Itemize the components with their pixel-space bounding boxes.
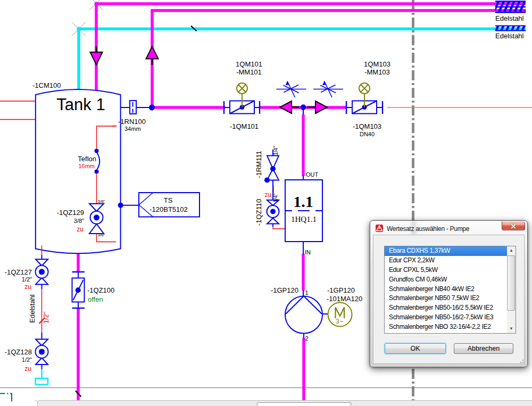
svg-text:-1RM111: -1RM111 (255, 151, 263, 178)
svg-text:1/4": 1/4" (273, 146, 279, 155)
svg-text:2: 2 (305, 335, 309, 342)
svg-text:3/8": 3/8" (74, 218, 84, 224)
svg-text:-1GP120: -1GP120 (271, 286, 298, 294)
svg-text:-1QZ129: -1QZ129 (57, 209, 84, 217)
svg-text:zu: zu (24, 365, 31, 372)
svg-text:zu: zu (77, 226, 84, 233)
svg-text:1/2": 1/2" (42, 311, 50, 324)
svg-text:-1RN100: -1RN100 (118, 118, 146, 126)
svg-text:-1QM103: -1QM103 (353, 122, 381, 130)
svg-text:-1QZ110: -1QZ110 (255, 199, 263, 226)
svg-text:Teflon: Teflon (78, 155, 96, 163)
svg-text:Edelstahl: Edelstahl (28, 294, 36, 323)
svg-text:1: 1 (305, 289, 309, 296)
svg-text:1/4": 1/4" (273, 193, 279, 203)
svg-text:Edelstahl: Edelstahl (495, 14, 524, 22)
svg-text:1/2": 1/2" (22, 276, 32, 283)
svg-text:-1GP120: -1GP120 (327, 286, 355, 294)
svg-text:-1QM101: -1QM101 (230, 122, 259, 130)
svg-text:1QM101: 1QM101 (236, 60, 262, 68)
svg-text:1.1: 1.1 (293, 193, 313, 210)
svg-text:Edelstahl: Edelstahl (495, 32, 524, 40)
svg-text:DN40: DN40 (360, 131, 375, 137)
svg-text:1HQ1.1: 1HQ1.1 (291, 215, 317, 223)
svg-text:3/8": 3/8" (98, 233, 105, 237)
svg-text:-1CM100: -1CM100 (32, 81, 61, 89)
svg-text:-MM103: -MM103 (364, 68, 390, 76)
svg-text:IN: IN (305, 249, 311, 255)
svg-text:-1QZ100: -1QZ100 (87, 286, 114, 294)
svg-text:1QM103: 1QM103 (364, 60, 390, 68)
svg-text:TS: TS (164, 196, 173, 204)
svg-text:3/8": 3/8" (98, 199, 105, 204)
svg-text:offen: offen (88, 295, 103, 303)
svg-text:OUT: OUT (306, 171, 319, 178)
svg-text:-MM101: -MM101 (236, 68, 262, 76)
svg-text:-120BT5102: -120BT5102 (149, 205, 188, 213)
svg-text:-1QZ128: -1QZ128 (5, 348, 32, 356)
svg-text:1/2": 1/2" (22, 357, 32, 363)
svg-text:-101MA120: -101MA120 (327, 295, 362, 303)
svg-text:34mm: 34mm (124, 126, 141, 132)
svg-text:16mm: 16mm (78, 163, 95, 169)
svg-text:3: 3 (336, 318, 339, 325)
svg-text:Tank 1: Tank 1 (56, 95, 105, 114)
svg-text:zu: zu (264, 191, 271, 198)
svg-text:zu: zu (24, 283, 31, 291)
svg-text:-1QZ127: -1QZ127 (5, 268, 32, 276)
svg-text:~: ~ (339, 317, 344, 325)
